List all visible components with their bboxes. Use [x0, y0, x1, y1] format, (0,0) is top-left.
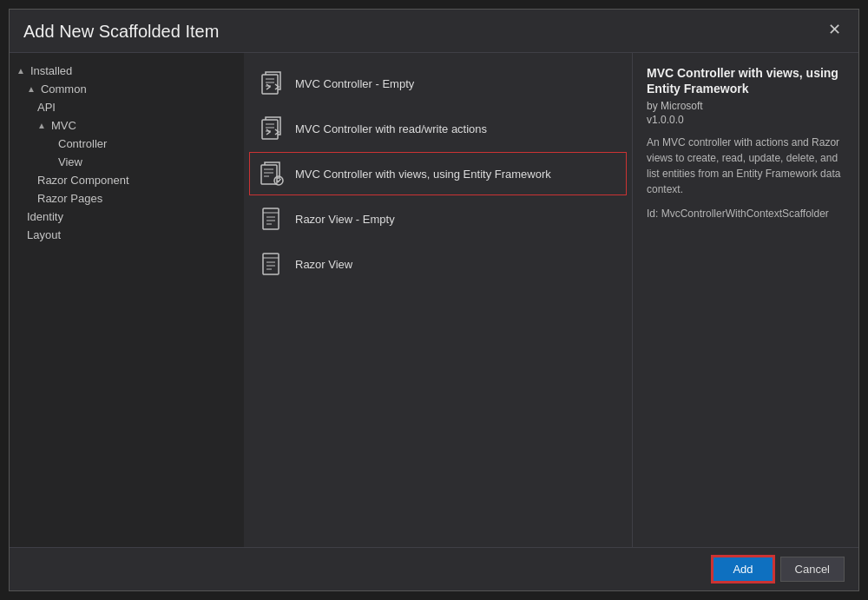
razor-empty-icon — [259, 205, 286, 233]
detail-description: An MVC controller with actions and Razor… — [647, 135, 845, 197]
dialog-title: Add New Scaffolded Item — [23, 22, 219, 42]
dialog-footer: Add Cancel — [10, 547, 858, 590]
razor-view-label: Razor View — [295, 258, 352, 271]
mvc-ef-label: MVC Controller with views, using Entity … — [295, 168, 551, 181]
tree-common[interactable]: ▲ Common — [10, 80, 244, 98]
arrow-common: ▲ — [27, 84, 36, 94]
tree-installed[interactable]: ▲ Installed — [10, 62, 244, 80]
razor-empty-label: Razor View - Empty — [295, 213, 395, 226]
cancel-button[interactable]: Cancel — [780, 557, 845, 582]
tree-view[interactable]: View — [10, 153, 244, 171]
detail-id: Id: MvcControllerWithContextScaffolder — [647, 208, 845, 220]
tree-razor-component[interactable]: Razor Component — [10, 171, 244, 189]
scaffold-item-mvc-ef[interactable]: MVC Controller with views, using Entity … — [249, 152, 627, 195]
scaffold-item-razor-view[interactable]: Razor View — [249, 242, 627, 286]
middle-panel: MVC Controller - Empty MVC Controller wi… — [244, 53, 633, 547]
dialog: Add New Scaffolded Item ✕ ▲ Installed ▲ … — [9, 9, 859, 591]
right-panel: MVC Controller with views, using Entity … — [633, 53, 858, 547]
detail-by: by Microsoft — [647, 100, 845, 112]
tree-api[interactable]: API — [10, 98, 244, 116]
left-panel: ▲ Installed ▲ Common API ▲ MVC Co — [10, 53, 244, 547]
mvc-readwrite-label: MVC Controller with read/write actions — [295, 122, 487, 135]
detail-version: v1.0.0.0 — [647, 114, 845, 126]
tree-mvc[interactable]: ▲ MVC — [10, 116, 244, 135]
svg-rect-5 — [263, 254, 279, 274]
arrow-mvc: ▲ — [37, 121, 46, 130]
scaffold-item-mvc-empty[interactable]: MVC Controller - Empty — [249, 62, 627, 105]
svg-rect-4 — [263, 208, 279, 229]
tree-identity[interactable]: Identity — [10, 208, 244, 226]
tree-controller[interactable]: Controller — [10, 135, 244, 153]
scaffold-item-mvc-readwrite[interactable]: MVC Controller with read/write actions — [249, 107, 627, 150]
mvc-readwrite-icon — [259, 115, 286, 142]
scaffold-item-razor-empty[interactable]: Razor View - Empty — [249, 197, 627, 241]
arrow-installed: ▲ — [16, 66, 25, 76]
mvc-ef-icon — [259, 160, 286, 188]
razor-view-icon — [259, 250, 286, 278]
close-button[interactable]: ✕ — [825, 22, 845, 37]
tree-razor-pages[interactable]: Razor Pages — [10, 189, 244, 208]
tree-layout[interactable]: Layout — [10, 226, 244, 244]
mvc-empty-label: MVC Controller - Empty — [295, 77, 414, 90]
mvc-empty-icon — [259, 69, 286, 97]
dialog-body: ▲ Installed ▲ Common API ▲ MVC Co — [10, 53, 858, 547]
add-button[interactable]: Add — [713, 557, 773, 582]
detail-title: MVC Controller with views, using Entity … — [647, 65, 845, 96]
dialog-titlebar: Add New Scaffolded Item ✕ — [10, 10, 858, 53]
